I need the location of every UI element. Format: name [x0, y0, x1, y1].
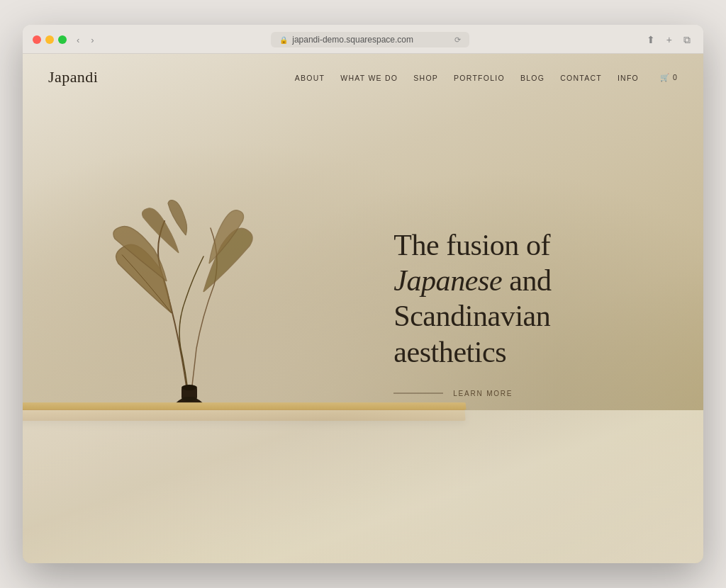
- browser-chrome: ‹ › 🔒 japandi-demo.squarespace.com ⟳ ⬆ +…: [23, 25, 703, 54]
- nav-item-info[interactable]: INFO: [618, 71, 639, 84]
- browser-actions: ⬆ + ⧉: [644, 33, 693, 47]
- traffic-lights: [33, 35, 67, 44]
- plant-illustration: [104, 200, 274, 412]
- hero-heading-italic: Japanese: [393, 264, 502, 296]
- bed-area: [23, 410, 703, 563]
- address-bar-container: 🔒 japandi-demo.squarespace.com ⟳: [104, 32, 637, 47]
- minimize-button[interactable]: [45, 35, 54, 44]
- close-button[interactable]: [33, 35, 41, 44]
- learn-more-text: LEARN MORE: [453, 390, 513, 397]
- nav-item-portfolio[interactable]: PORTFOLIO: [454, 71, 505, 84]
- site-navigation: Japandi ABOUT WHAT WE DO SHOP PORTFOLIO …: [23, 54, 703, 101]
- maximize-button[interactable]: [58, 35, 67, 44]
- cart-button[interactable]: 🛒 0: [660, 73, 678, 82]
- reload-button[interactable]: ⟳: [454, 35, 461, 45]
- forward-button[interactable]: ›: [88, 33, 96, 47]
- lock-icon: 🔒: [279, 36, 288, 44]
- nav-item-contact[interactable]: CONTACT: [560, 71, 602, 84]
- hero-text-block: The fusion of Japanese and Scandinavian …: [393, 227, 649, 397]
- nav-link-portfolio[interactable]: PORTFOLIO: [454, 74, 505, 82]
- nav-link-contact[interactable]: CONTACT: [560, 74, 602, 82]
- nav-item-about[interactable]: ABOUT: [295, 71, 325, 84]
- browser-controls: ‹ ›: [74, 33, 97, 47]
- browser-window: ‹ › 🔒 japandi-demo.squarespace.com ⟳ ⬆ +…: [23, 25, 703, 563]
- svg-point-1: [182, 385, 197, 390]
- website-content: Japandi ABOUT WHAT WE DO SHOP PORTFOLIO …: [23, 54, 703, 563]
- nav-item-cart[interactable]: 🛒 0: [654, 73, 678, 82]
- svg-point-2: [182, 397, 197, 401]
- nav-item-shop[interactable]: SHOP: [413, 71, 438, 84]
- cart-count: 0: [673, 73, 678, 81]
- back-button[interactable]: ‹: [74, 33, 82, 47]
- nav-link-what-we-do[interactable]: WHAT WE DO: [340, 74, 398, 82]
- cart-icon: 🛒: [660, 73, 670, 82]
- learn-more-link[interactable]: LEARN MORE: [393, 390, 649, 397]
- hero-heading: The fusion of Japanese and Scandinavian …: [393, 227, 649, 370]
- new-tab-button[interactable]: +: [664, 33, 675, 47]
- nav-links: ABOUT WHAT WE DO SHOP PORTFOLIO BLOG CON…: [295, 71, 678, 84]
- nav-link-about[interactable]: ABOUT: [295, 74, 325, 82]
- nav-item-blog[interactable]: BLOG: [520, 71, 544, 84]
- windows-button[interactable]: ⧉: [681, 33, 693, 47]
- learn-more-line: [393, 393, 443, 394]
- address-bar[interactable]: 🔒 japandi-demo.squarespace.com ⟳: [271, 32, 469, 47]
- nav-link-info[interactable]: INFO: [618, 74, 639, 82]
- url-text: japandi-demo.squarespace.com: [292, 35, 413, 45]
- nav-link-shop[interactable]: SHOP: [413, 74, 438, 82]
- site-logo[interactable]: Japandi: [48, 68, 98, 86]
- nav-link-blog[interactable]: BLOG: [520, 74, 544, 82]
- nav-item-what-we-do[interactable]: WHAT WE DO: [340, 71, 398, 84]
- hero-heading-part1: The fusion of: [393, 228, 550, 261]
- share-button[interactable]: ⬆: [644, 33, 658, 47]
